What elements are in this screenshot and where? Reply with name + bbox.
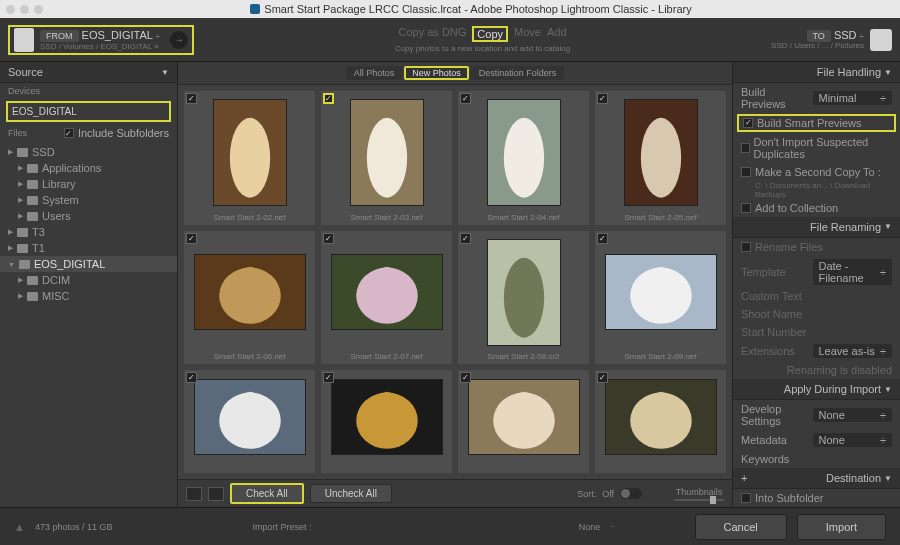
import-preset-label: Import Preset :: [252, 522, 311, 532]
thumbnail-checkbox[interactable]: ✓: [323, 233, 334, 244]
disclosure-icon[interactable]: ▶: [18, 292, 23, 300]
build-previews-dropdown[interactable]: Minimal÷: [813, 91, 893, 105]
disclosure-icon[interactable]: ▶: [18, 164, 23, 172]
no-duplicates-checkbox[interactable]: [741, 143, 750, 153]
thumbnail-size-slider[interactable]: [674, 499, 724, 501]
thumbnail-cell[interactable]: ✓Smart Start 2-08.cr2: [458, 231, 589, 365]
disclosure-icon[interactable]: ▶: [8, 228, 13, 236]
thumbnail-image: [325, 95, 448, 211]
check-all-button[interactable]: Check All: [230, 483, 304, 504]
filter-new-photos[interactable]: New Photos: [404, 66, 469, 80]
close-traffic-light[interactable]: [6, 5, 15, 14]
chevron-down-icon[interactable]: ▼: [884, 474, 892, 483]
source-header: Source: [8, 66, 43, 78]
thumbnail-cell[interactable]: ✓Smart Start 2-07.nef: [321, 231, 452, 365]
smart-previews-checkbox[interactable]: ✓: [743, 118, 753, 128]
tree-item[interactable]: ▶SSD: [0, 144, 177, 160]
chevron-down-icon[interactable]: ▼: [884, 385, 892, 394]
mode-add[interactable]: Add: [547, 26, 567, 42]
thumbnail-checkbox[interactable]: ✓: [323, 93, 334, 104]
view-mode-grid-icon[interactable]: [186, 487, 202, 501]
source-arrow-button[interactable]: →: [170, 31, 188, 49]
thumbnail-cell[interactable]: ✓: [321, 370, 452, 473]
thumbnail-checkbox[interactable]: ✓: [597, 93, 608, 104]
extensions-label: Extensions: [741, 345, 809, 357]
develop-settings-dropdown[interactable]: None÷: [813, 408, 893, 422]
thumbnail-cell[interactable]: ✓Smart Start 2-04.nef: [458, 91, 589, 225]
thumbnail-caption: Smart Start 2-06.nef: [213, 350, 285, 360]
filter-all-photos[interactable]: All Photos: [346, 66, 403, 80]
thumbnail-checkbox[interactable]: ✓: [597, 233, 608, 244]
uncheck-all-button[interactable]: Uncheck All: [310, 484, 392, 503]
tree-item[interactable]: ▶DCIM: [0, 272, 177, 288]
tree-item[interactable]: ▶T1: [0, 240, 177, 256]
thumbnail-cell[interactable]: ✓Smart Start 2-09.nef: [595, 231, 726, 365]
thumbnail-image: [462, 235, 585, 351]
thumbnail-cell[interactable]: ✓Smart Start 2-02.nef: [184, 91, 315, 225]
thumbnail-cell[interactable]: ✓Smart Start 2-03.nef: [321, 91, 452, 225]
tree-item[interactable]: ▶Library: [0, 176, 177, 192]
thumbnail-checkbox[interactable]: ✓: [460, 233, 471, 244]
thumbnail-cell[interactable]: ✓: [458, 370, 589, 473]
mode-copy-dng[interactable]: Copy as DNG: [398, 26, 466, 42]
disclosure-icon[interactable]: ▶: [8, 148, 13, 156]
view-mode-loupe-icon[interactable]: [208, 487, 224, 501]
disclosure-icon[interactable]: ▶: [8, 244, 13, 252]
drive-icon: [17, 228, 28, 237]
expand-left-icon[interactable]: ▲: [14, 521, 25, 533]
mode-copy[interactable]: Copy: [472, 26, 508, 42]
import-preset-value[interactable]: None: [579, 522, 601, 532]
thumbnail-checkbox[interactable]: ✓: [186, 372, 197, 383]
thumbnail-image: [462, 95, 585, 211]
disclosure-icon[interactable]: ▶: [18, 212, 23, 220]
thumbnail-checkbox[interactable]: ✓: [186, 233, 197, 244]
file-handling-header: File Handling: [817, 66, 881, 78]
thumbnail-image: [188, 374, 311, 459]
from-source-box[interactable]: FROM EOS_DIGITAL ÷ SSD / Volumes / EOS_D…: [8, 25, 194, 55]
chevron-down-icon[interactable]: ▼: [884, 222, 892, 231]
thumbnail-checkbox[interactable]: ✓: [186, 93, 197, 104]
thumbnail-caption: Smart Start 2-02.nef: [213, 211, 285, 221]
tree-item[interactable]: ▶System: [0, 192, 177, 208]
chevron-down-icon[interactable]: ▼: [884, 68, 892, 77]
thumbnail-cell[interactable]: ✓Smart Start 2-05.nef: [595, 91, 726, 225]
min-traffic-light[interactable]: [20, 5, 29, 14]
tree-item[interactable]: ▶Applications: [0, 160, 177, 176]
thumbnail-cell[interactable]: ✓: [184, 370, 315, 473]
to-destination-box[interactable]: TO SSD ÷ SSD / Users / ... / Pictures: [771, 29, 892, 51]
rename-files-checkbox[interactable]: [741, 242, 751, 252]
thumbnail-checkbox[interactable]: ✓: [323, 372, 334, 383]
tree-item[interactable]: ▶MISC: [0, 288, 177, 304]
tree-item[interactable]: ▶T3: [0, 224, 177, 240]
disclosure-icon[interactable]: ▶: [18, 196, 23, 204]
start-number-label: Start Number: [741, 326, 892, 338]
include-subfolders-checkbox[interactable]: ✓: [64, 128, 74, 138]
import-button[interactable]: Import: [797, 514, 886, 540]
chevron-down-icon[interactable]: ▼: [161, 68, 169, 77]
disclosure-icon[interactable]: ▶: [18, 180, 23, 188]
metadata-dropdown[interactable]: None÷: [813, 433, 893, 447]
device-item[interactable]: EOS_DIGITAL: [6, 101, 171, 122]
disclosure-icon[interactable]: ▶: [18, 276, 23, 284]
filter-destination-folders[interactable]: Destination Folders: [471, 66, 565, 80]
into-subfolder-label: Into Subfolder: [755, 492, 824, 504]
add-collection-checkbox[interactable]: [741, 203, 751, 213]
second-copy-checkbox[interactable]: [741, 167, 751, 177]
tree-item[interactable]: ▼EOS_DIGITAL: [0, 256, 177, 272]
sort-value[interactable]: Off: [602, 489, 614, 499]
svg-point-26: [241, 391, 259, 409]
thumbnail-checkbox[interactable]: ✓: [460, 372, 471, 383]
thumbnail-checkbox[interactable]: ✓: [597, 372, 608, 383]
disclosure-icon[interactable]: ▼: [8, 261, 15, 268]
grid-area: All Photos New Photos Destination Folder…: [178, 62, 732, 507]
thumbnail-cell[interactable]: ✓Smart Start 2-06.nef: [184, 231, 315, 365]
max-traffic-light[interactable]: [34, 5, 43, 14]
mode-move[interactable]: Move: [514, 26, 541, 42]
shoot-name-label: Shoot Name: [741, 308, 892, 320]
into-subfolder-checkbox[interactable]: [741, 493, 751, 503]
thumbnail-checkbox[interactable]: ✓: [460, 93, 471, 104]
thumbnail-cell[interactable]: ✓: [595, 370, 726, 473]
cancel-button[interactable]: Cancel: [695, 514, 787, 540]
sort-toggle[interactable]: [620, 488, 642, 499]
tree-item[interactable]: ▶Users: [0, 208, 177, 224]
